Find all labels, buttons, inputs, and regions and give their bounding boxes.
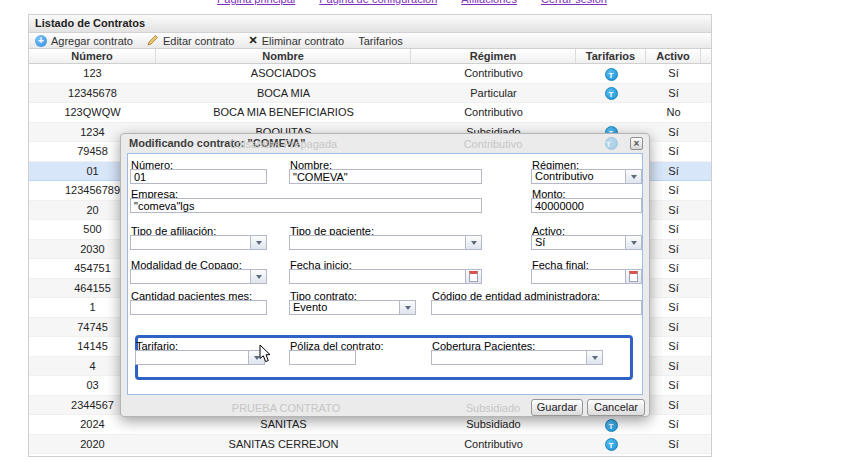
regimen-select[interactable]: Contributivo (531, 169, 642, 184)
save-button[interactable]: Guardar (531, 399, 583, 416)
calendar-icon[interactable] (625, 270, 641, 283)
calendar-icon[interactable] (465, 270, 481, 283)
col-header-activo[interactable]: Activo (646, 49, 701, 63)
empresa-field[interactable] (130, 198, 482, 213)
chevron-down-icon[interactable] (625, 170, 641, 183)
table-row[interactable]: 123 ASOCIADOS Contributivo T Sí (29, 64, 711, 84)
codigo-entidad-field[interactable] (431, 300, 642, 315)
cell-filler (701, 64, 711, 83)
cell-filler (701, 337, 711, 356)
cell-filler (701, 220, 711, 239)
cell-tarifarios: T (576, 103, 646, 122)
table-row[interactable]: 123QWQW BOCA MIA BENEFICIARIOS Contribut… (29, 103, 711, 123)
cell-activo: Sí (646, 162, 701, 181)
cell-activo: No (646, 103, 701, 122)
col-header-filler (701, 49, 711, 63)
x-icon: ✕ (248, 35, 257, 46)
table-row[interactable]: 2020 SANITAS CERREJON Contributivo T Sí (29, 435, 711, 455)
nav-link-cerrar-sesion[interactable]: Cerrar sesión (541, 0, 607, 5)
tarifarios-button[interactable]: Tarifarios (358, 35, 403, 47)
col-header-nombre[interactable]: Nombre (156, 49, 411, 63)
delete-contract-button[interactable]: ✕ Eliminar contrato (248, 35, 344, 47)
modalidad-copago-value (131, 270, 250, 283)
app-canvas: Página principal Página de configuración… (0, 0, 850, 465)
monto-field[interactable] (531, 198, 642, 213)
cell-filler (701, 259, 711, 278)
chevron-down-icon[interactable] (586, 351, 602, 364)
cell-filler (701, 279, 711, 298)
chevron-down-icon[interactable] (465, 236, 481, 249)
cancel-button[interactable]: Cancelar (587, 399, 645, 416)
cobertura-value (432, 351, 586, 364)
cell-activo: Sí (646, 435, 701, 454)
chevron-down-icon[interactable] (625, 236, 641, 249)
add-contract-button[interactable]: + Agregar contrato (35, 35, 133, 47)
plus-circle-icon: + (35, 35, 47, 47)
cell-filler (701, 240, 711, 259)
modal-form: Número: Nombre: Régimen: Contributivo Em… (127, 153, 643, 395)
cell-numero: 123 (29, 64, 156, 83)
cobertura-select[interactable] (431, 350, 603, 365)
delete-contract-label: Eliminar contrato (262, 35, 345, 47)
chevron-down-icon[interactable] (399, 301, 415, 314)
tarifario-icon[interactable]: T (605, 68, 618, 81)
cell-filler (701, 84, 711, 103)
fecha-final-value (532, 270, 625, 283)
cell-filler (701, 123, 711, 142)
cell-regimen: Particular (411, 84, 576, 103)
toolbar: + Agregar contrato Editar contrato ✕ Eli… (29, 33, 711, 49)
cell-regimen: Contributivo (411, 435, 576, 454)
cell-activo: Sí (646, 337, 701, 356)
chevron-down-icon[interactable] (250, 270, 266, 283)
activo-value: Sí (532, 236, 625, 249)
edit-contract-label: Editar contrato (163, 35, 235, 47)
tipo-paciente-select[interactable] (289, 235, 482, 250)
cell-filler (701, 376, 711, 395)
tarifario-icon[interactable]: T (605, 87, 618, 100)
cantidad-pacientes-field[interactable] (130, 300, 267, 315)
activo-select[interactable]: Sí (531, 235, 642, 250)
cell-activo: Sí (646, 357, 701, 376)
fecha-final-field[interactable] (531, 269, 642, 284)
cell-regimen: Subsidiado (411, 415, 576, 434)
cell-filler (701, 298, 711, 317)
cell-filler (701, 396, 711, 415)
poliza-field[interactable] (289, 350, 356, 365)
edit-contract-button[interactable]: Editar contrato (147, 34, 235, 48)
cell-filler (701, 162, 711, 181)
mouse-cursor (259, 344, 271, 365)
nav-link-home[interactable]: Página principal (217, 0, 295, 5)
cell-tarifarios: T (576, 415, 646, 434)
cell-filler (701, 318, 711, 337)
ghost-row-regimen-top: Contributivo (464, 138, 523, 150)
cell-filler (701, 435, 711, 454)
nav-link-configuracion[interactable]: Página de configuración (319, 0, 437, 5)
cell-activo: Sí (646, 298, 701, 317)
cell-activo: Sí (646, 415, 701, 434)
tipo-contrato-select[interactable]: Evento (289, 300, 416, 315)
numero-field[interactable] (130, 169, 267, 184)
col-header-numero[interactable]: Número (29, 49, 156, 63)
table-row[interactable]: 12345678 BOCA MIA Particular T Sí (29, 84, 711, 104)
cell-filler (701, 201, 711, 220)
tarifario-select[interactable] (135, 350, 265, 365)
table-row[interactable]: 2024 SANITAS Subsidiado T Sí (29, 415, 711, 435)
tarifario-icon[interactable]: T (605, 419, 618, 432)
chevron-down-icon[interactable] (250, 236, 266, 249)
cell-activo: Sí (646, 240, 701, 259)
modalidad-copago-select[interactable] (130, 269, 267, 284)
col-header-tarifarios[interactable]: Tarifarios (576, 49, 646, 63)
tarifario-icon[interactable]: T (605, 438, 618, 451)
cell-filler (701, 415, 711, 434)
fecha-inicio-field[interactable] (289, 269, 482, 284)
cell-filler (701, 103, 711, 122)
pencil-icon (147, 34, 159, 48)
col-header-regimen[interactable]: Régimen (411, 49, 576, 63)
nombre-field[interactable] (289, 169, 482, 184)
tarifario-value (136, 351, 248, 364)
cell-nombre: BOCA MIA BENEFICIARIOS (156, 103, 411, 122)
nav-link-afiliaciones[interactable]: Afiliaciones (461, 0, 517, 5)
cell-activo: Sí (646, 64, 701, 83)
close-icon[interactable]: × (630, 137, 643, 150)
tipo-afiliacion-select[interactable] (130, 235, 267, 250)
